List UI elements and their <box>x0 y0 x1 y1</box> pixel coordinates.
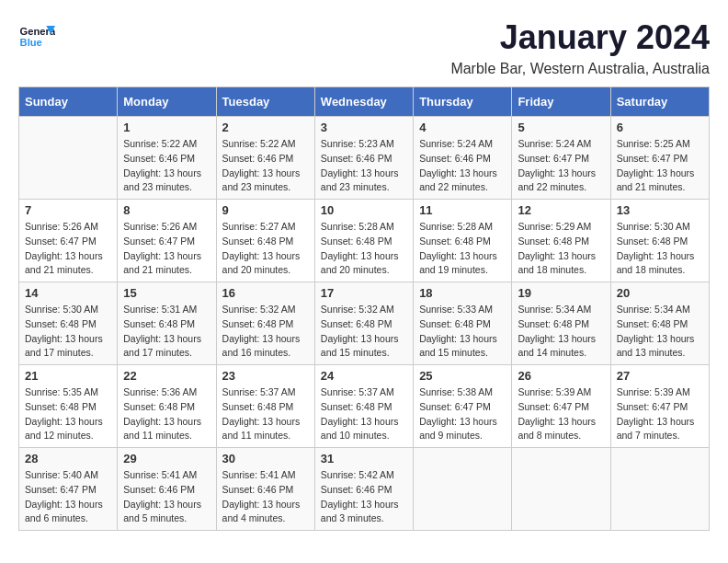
day-number: 17 <box>321 286 407 300</box>
day-cell <box>19 117 118 200</box>
title-area: January 2024 Marble Bar, Western Austral… <box>450 18 710 77</box>
day-info: Sunrise: 5:29 AM Sunset: 6:48 PM Dayligh… <box>518 220 604 278</box>
day-cell: 3Sunrise: 5:23 AM Sunset: 6:46 PM Daylig… <box>314 117 413 200</box>
day-number: 25 <box>419 369 506 383</box>
day-number: 11 <box>419 203 506 217</box>
day-number: 4 <box>419 121 506 134</box>
day-info: Sunrise: 5:24 AM Sunset: 6:47 PM Dayligh… <box>518 137 604 195</box>
day-number: 15 <box>123 286 210 300</box>
day-info: Sunrise: 5:31 AM Sunset: 6:48 PM Dayligh… <box>123 303 210 361</box>
day-cell <box>610 448 709 531</box>
day-cell: 15Sunrise: 5:31 AM Sunset: 6:48 PM Dayli… <box>118 282 216 365</box>
day-cell: 14Sunrise: 5:30 AM Sunset: 6:48 PM Dayli… <box>19 282 118 365</box>
col-friday: Friday <box>512 87 610 117</box>
day-info: Sunrise: 5:37 AM Sunset: 6:48 PM Dayligh… <box>222 385 309 443</box>
calendar-table: Sunday Monday Tuesday Wednesday Thursday… <box>18 86 710 531</box>
week-row-2: 14Sunrise: 5:30 AM Sunset: 6:48 PM Dayli… <box>19 282 710 365</box>
day-info: Sunrise: 5:34 AM Sunset: 6:48 PM Dayligh… <box>518 303 604 361</box>
week-row-0: 1Sunrise: 5:22 AM Sunset: 6:46 PM Daylig… <box>19 117 710 200</box>
day-info: Sunrise: 5:37 AM Sunset: 6:48 PM Dayligh… <box>321 385 407 443</box>
day-number: 19 <box>518 286 604 300</box>
col-tuesday: Tuesday <box>216 87 314 117</box>
day-cell: 29Sunrise: 5:41 AM Sunset: 6:46 PM Dayli… <box>118 448 216 531</box>
day-cell: 11Sunrise: 5:28 AM Sunset: 6:48 PM Dayli… <box>414 200 512 282</box>
svg-text:Blue: Blue <box>20 37 42 48</box>
day-info: Sunrise: 5:24 AM Sunset: 6:46 PM Dayligh… <box>419 137 506 195</box>
logo: General Blue <box>18 18 55 55</box>
calendar-title: January 2024 <box>450 18 710 57</box>
week-row-3: 21Sunrise: 5:35 AM Sunset: 6:48 PM Dayli… <box>19 365 710 448</box>
day-number: 29 <box>123 452 210 465</box>
day-number: 9 <box>222 203 309 217</box>
day-info: Sunrise: 5:33 AM Sunset: 6:48 PM Dayligh… <box>419 303 506 361</box>
day-number: 13 <box>617 203 703 217</box>
day-number: 5 <box>518 121 604 134</box>
day-number: 8 <box>123 203 210 217</box>
header: General Blue January 2024 Marble Bar, We… <box>18 18 710 77</box>
week-row-1: 7Sunrise: 5:26 AM Sunset: 6:47 PM Daylig… <box>19 200 710 282</box>
day-cell: 23Sunrise: 5:37 AM Sunset: 6:48 PM Dayli… <box>216 365 314 448</box>
day-cell: 25Sunrise: 5:38 AM Sunset: 6:47 PM Dayli… <box>414 365 512 448</box>
day-info: Sunrise: 5:39 AM Sunset: 6:47 PM Dayligh… <box>617 385 703 443</box>
day-number: 23 <box>222 369 309 383</box>
day-info: Sunrise: 5:39 AM Sunset: 6:47 PM Dayligh… <box>518 385 604 443</box>
calendar-body: 1Sunrise: 5:22 AM Sunset: 6:46 PM Daylig… <box>19 117 710 531</box>
day-info: Sunrise: 5:26 AM Sunset: 6:47 PM Dayligh… <box>25 220 111 278</box>
day-info: Sunrise: 5:30 AM Sunset: 6:48 PM Dayligh… <box>617 220 703 278</box>
day-info: Sunrise: 5:30 AM Sunset: 6:48 PM Dayligh… <box>25 303 111 361</box>
col-monday: Monday <box>118 87 216 117</box>
day-number: 10 <box>321 203 407 217</box>
day-cell: 2Sunrise: 5:22 AM Sunset: 6:46 PM Daylig… <box>216 117 314 200</box>
day-cell: 9Sunrise: 5:27 AM Sunset: 6:48 PM Daylig… <box>216 200 314 282</box>
day-cell: 8Sunrise: 5:26 AM Sunset: 6:47 PM Daylig… <box>118 200 216 282</box>
day-number: 24 <box>321 369 407 383</box>
day-info: Sunrise: 5:41 AM Sunset: 6:46 PM Dayligh… <box>222 468 309 526</box>
day-cell: 1Sunrise: 5:22 AM Sunset: 6:46 PM Daylig… <box>118 117 216 200</box>
day-cell: 16Sunrise: 5:32 AM Sunset: 6:48 PM Dayli… <box>216 282 314 365</box>
day-cell: 28Sunrise: 5:40 AM Sunset: 6:47 PM Dayli… <box>19 448 118 531</box>
col-sunday: Sunday <box>19 87 118 117</box>
day-cell: 19Sunrise: 5:34 AM Sunset: 6:48 PM Dayli… <box>512 282 610 365</box>
day-number: 7 <box>25 203 111 217</box>
day-info: Sunrise: 5:23 AM Sunset: 6:46 PM Dayligh… <box>321 137 407 195</box>
day-number: 18 <box>419 286 506 300</box>
day-cell: 24Sunrise: 5:37 AM Sunset: 6:48 PM Dayli… <box>314 365 413 448</box>
day-info: Sunrise: 5:38 AM Sunset: 6:47 PM Dayligh… <box>419 385 506 443</box>
calendar-subtitle: Marble Bar, Western Australia, Australia <box>450 61 710 77</box>
day-number: 6 <box>617 121 703 134</box>
logo-icon: General Blue <box>18 18 55 55</box>
header-row: Sunday Monday Tuesday Wednesday Thursday… <box>19 87 710 117</box>
day-cell: 31Sunrise: 5:42 AM Sunset: 6:46 PM Dayli… <box>314 448 413 531</box>
day-cell: 4Sunrise: 5:24 AM Sunset: 6:46 PM Daylig… <box>414 117 512 200</box>
day-number: 12 <box>518 203 604 217</box>
day-number: 28 <box>25 452 111 465</box>
day-cell: 13Sunrise: 5:30 AM Sunset: 6:48 PM Dayli… <box>610 200 709 282</box>
day-info: Sunrise: 5:32 AM Sunset: 6:48 PM Dayligh… <box>321 303 407 361</box>
day-info: Sunrise: 5:42 AM Sunset: 6:46 PM Dayligh… <box>321 468 407 526</box>
day-info: Sunrise: 5:27 AM Sunset: 6:48 PM Dayligh… <box>222 220 309 278</box>
day-info: Sunrise: 5:36 AM Sunset: 6:48 PM Dayligh… <box>123 385 210 443</box>
day-cell: 22Sunrise: 5:36 AM Sunset: 6:48 PM Dayli… <box>118 365 216 448</box>
day-info: Sunrise: 5:32 AM Sunset: 6:48 PM Dayligh… <box>222 303 309 361</box>
day-info: Sunrise: 5:25 AM Sunset: 6:47 PM Dayligh… <box>617 137 703 195</box>
day-number: 21 <box>25 369 111 383</box>
day-cell: 12Sunrise: 5:29 AM Sunset: 6:48 PM Dayli… <box>512 200 610 282</box>
day-cell <box>414 448 512 531</box>
day-info: Sunrise: 5:28 AM Sunset: 6:48 PM Dayligh… <box>321 220 407 278</box>
day-number: 1 <box>123 121 210 134</box>
day-info: Sunrise: 5:28 AM Sunset: 6:48 PM Dayligh… <box>419 220 506 278</box>
day-cell: 27Sunrise: 5:39 AM Sunset: 6:47 PM Dayli… <box>610 365 709 448</box>
day-cell: 7Sunrise: 5:26 AM Sunset: 6:47 PM Daylig… <box>19 200 118 282</box>
day-cell: 20Sunrise: 5:34 AM Sunset: 6:48 PM Dayli… <box>610 282 709 365</box>
day-info: Sunrise: 5:35 AM Sunset: 6:48 PM Dayligh… <box>25 385 111 443</box>
day-cell: 5Sunrise: 5:24 AM Sunset: 6:47 PM Daylig… <box>512 117 610 200</box>
day-info: Sunrise: 5:22 AM Sunset: 6:46 PM Dayligh… <box>222 137 309 195</box>
day-number: 30 <box>222 452 309 465</box>
day-cell: 26Sunrise: 5:39 AM Sunset: 6:47 PM Dayli… <box>512 365 610 448</box>
day-info: Sunrise: 5:41 AM Sunset: 6:46 PM Dayligh… <box>123 468 210 526</box>
day-cell: 6Sunrise: 5:25 AM Sunset: 6:47 PM Daylig… <box>610 117 709 200</box>
day-number: 2 <box>222 121 309 134</box>
day-number: 20 <box>617 286 703 300</box>
day-number: 3 <box>321 121 407 134</box>
col-thursday: Thursday <box>414 87 512 117</box>
